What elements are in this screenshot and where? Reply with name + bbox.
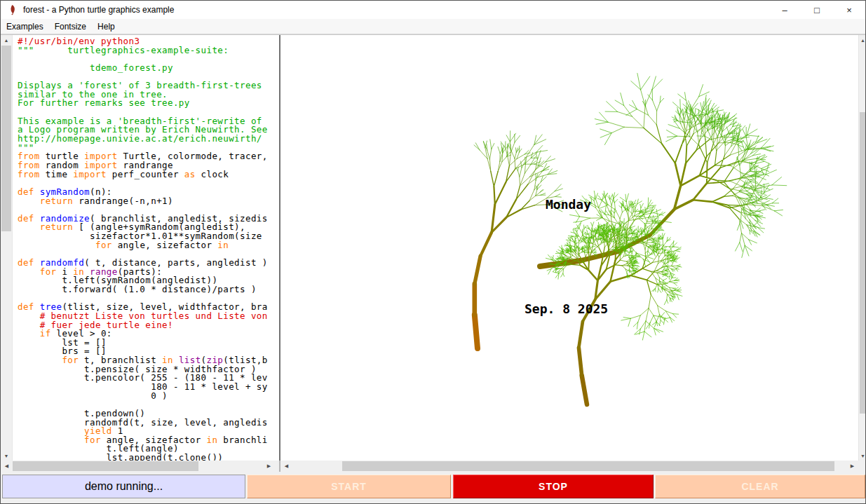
- code-vscroll-thumb[interactable]: [1, 46, 11, 231]
- code-line: from time import perf_counter as clock: [18, 170, 275, 179]
- scroll-right-icon[interactable]: ▶: [846, 461, 858, 472]
- scroll-left-icon[interactable]: ◀: [280, 461, 292, 472]
- code-line: http://homepage.univie.ac.at/erich.neuwi…: [18, 135, 275, 144]
- stop-button[interactable]: STOP: [453, 475, 654, 498]
- status-label: demo running...: [2, 475, 245, 498]
- minimize-icon: –: [782, 5, 787, 15]
- maximize-icon: □: [814, 5, 820, 15]
- canvas-vscroll-thumb[interactable]: [860, 112, 866, 414]
- code-horizontal-scrollbar[interactable]: ◀ ▶: [1, 461, 275, 472]
- close-icon: ×: [846, 5, 852, 15]
- canvas-hscroll-thumb[interactable]: [342, 461, 834, 471]
- menubar: Examples Fontsize Help: [1, 19, 865, 34]
- app-window: forest - a Python turtle graphics exampl…: [0, 0, 866, 504]
- code-line: return randrange(-n,n+1): [18, 197, 275, 206]
- main-area: ▲ ▼ #!/usr/bin/env python3""" turtlegrap…: [1, 34, 866, 461]
- window-controls: – □ ×: [769, 1, 865, 19]
- code-text[interactable]: #!/usr/bin/env python3""" turtlegraphics…: [13, 35, 275, 461]
- scroll-up-icon[interactable]: ▲: [859, 35, 866, 46]
- canvas-horizontal-scrollbar[interactable]: ◀ ▶: [280, 461, 858, 472]
- code-line: for angle, sizefactor in: [18, 241, 275, 250]
- menu-fontsize[interactable]: Fontsize: [49, 19, 92, 34]
- canvas-text-label: Monday: [546, 197, 591, 212]
- menu-help[interactable]: Help: [92, 19, 121, 34]
- code-line: """ turtlegraphics-example-suite:: [18, 46, 275, 55]
- horizontal-scrollbar-row: ◀ ▶ ◀ ▶: [1, 461, 866, 472]
- code-line: t.forward( (1.0 * distance)/parts ): [18, 285, 275, 294]
- scroll-left-icon[interactable]: ◀: [1, 461, 13, 472]
- titlebar: forest - a Python turtle graphics exampl…: [1, 1, 865, 19]
- app-icon: [6, 4, 18, 15]
- code-line: For further remarks see tree.py: [18, 99, 275, 108]
- start-button[interactable]: START: [247, 475, 451, 498]
- scroll-down-icon[interactable]: ▼: [1, 451, 12, 461]
- scroll-down-icon[interactable]: ▼: [859, 451, 866, 461]
- code-vertical-scrollbar[interactable]: ▲ ▼: [1, 35, 13, 461]
- turtle-canvas: MondaySep. 8 2025: [280, 35, 858, 461]
- scroll-right-icon[interactable]: ▶: [263, 461, 275, 472]
- close-button[interactable]: ×: [833, 1, 865, 19]
- canvas-vertical-scrollbar[interactable]: ▲ ▼: [858, 35, 866, 461]
- clear-button[interactable]: CLEAR: [655, 475, 865, 498]
- code-hscroll-thumb[interactable]: [13, 461, 198, 471]
- bottom-bar: demo running... START STOP CLEAR: [1, 472, 866, 504]
- code-line: tdemo_forest.py: [18, 64, 275, 73]
- code-line: 0 ): [18, 392, 275, 401]
- canvas-text-label: Sep. 8 2025: [525, 301, 608, 316]
- minimize-button[interactable]: –: [769, 1, 801, 19]
- scroll-up-icon[interactable]: ▲: [1, 35, 12, 46]
- maximize-button[interactable]: □: [801, 1, 833, 19]
- window-title: forest - a Python turtle graphics exampl…: [23, 5, 174, 15]
- menu-examples[interactable]: Examples: [1, 19, 49, 34]
